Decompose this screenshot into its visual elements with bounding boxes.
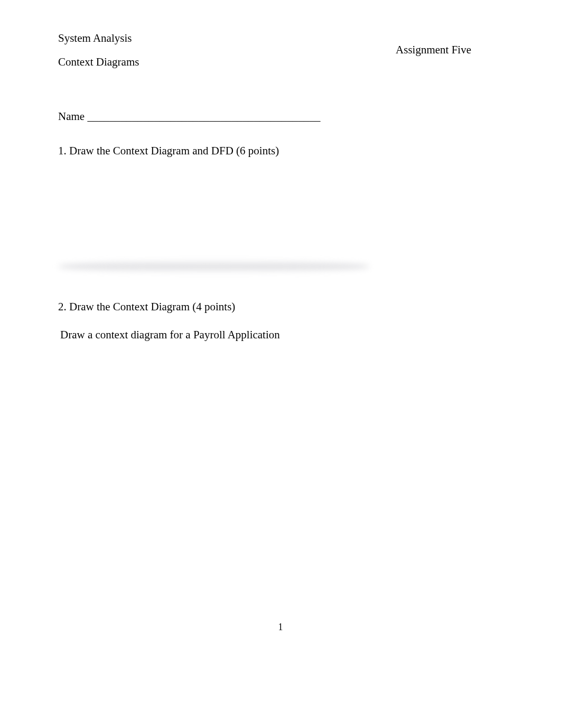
- question-1: 1. Draw the Context Diagram and DFD (6 p…: [58, 144, 503, 158]
- name-label: Name: [58, 110, 85, 123]
- assignment-label: Assignment Five: [396, 43, 471, 57]
- question-2-body: Draw a context diagram for a Payroll App…: [60, 328, 503, 342]
- name-field: Name ___________________________________…: [58, 110, 503, 123]
- question-2: 2. Draw the Context Diagram (4 points): [58, 300, 503, 314]
- blurred-region: [58, 261, 503, 277]
- header-row: System Analysis Assignment Five: [58, 32, 503, 45]
- document-page: System Analysis Assignment Five Context …: [0, 0, 561, 728]
- document-subtitle: Context Diagrams: [58, 56, 503, 69]
- blur-overlay: [58, 261, 370, 272]
- page-number: 1: [0, 622, 561, 633]
- name-blank-line: ________________________________________…: [85, 110, 320, 123]
